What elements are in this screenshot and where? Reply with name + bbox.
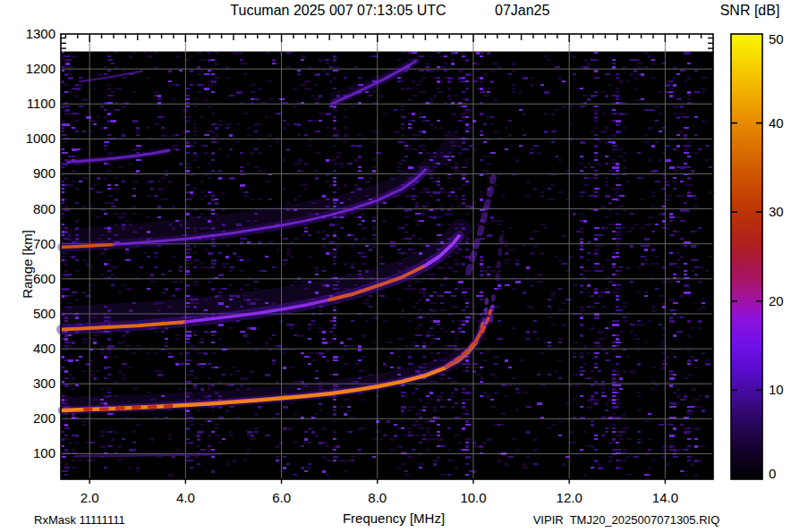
colorbar-tick-label: 20 — [769, 293, 784, 308]
y-tick-label: 300 — [0, 376, 55, 391]
y-tick-label: 1200 — [0, 61, 55, 76]
colorbar-tick-label: 40 — [769, 115, 784, 131]
ionogram-plot — [0, 0, 791, 532]
colorbar-tick-label: 50 — [769, 31, 784, 46]
y-tick-label: 500 — [0, 306, 55, 321]
y-tick-label: 1000 — [0, 131, 55, 146]
ionogram-figure: Tucuman 2025 007 07:13:05 UTC 07Jan25 SN… — [0, 0, 791, 532]
x-tick-label: 6.0 — [272, 490, 291, 505]
colorbar-tick-label: 10 — [769, 382, 784, 397]
x-tick-label: 14.0 — [652, 490, 678, 505]
y-tick-label: 400 — [0, 341, 55, 356]
x-axis-label: Frequency [MHz] — [343, 511, 445, 526]
filename-text: VIPIR TMJ20_2025007071305.RIQ — [533, 513, 720, 527]
x-tick-label: 12.0 — [557, 490, 583, 505]
y-axis-label: Range [km] — [20, 211, 35, 318]
rxmask-text: RxMask 11111111 — [34, 513, 125, 527]
x-tick-label: 4.0 — [176, 490, 195, 505]
y-tick-label: 1100 — [0, 96, 55, 111]
title-date: 07Jan25 — [495, 3, 549, 19]
F2-cusp-top-spread-X — [491, 296, 494, 320]
x-tick-label: 8.0 — [368, 490, 387, 505]
y-tick-label: 600 — [0, 271, 55, 286]
y-tick-label: 800 — [0, 201, 55, 216]
colorbar-tick-label: 30 — [769, 204, 784, 219]
snr-colorbar — [731, 34, 762, 479]
x-tick-label: 2.0 — [81, 490, 99, 505]
F2-cusp-top-spread-O — [484, 300, 487, 324]
x-tick-label: 10.0 — [460, 490, 486, 505]
colorbar-tick-label: 0 — [769, 466, 776, 481]
page-title: Tucuman 2025 007 07:13:05 UTC — [230, 3, 446, 19]
y-tick-label: 200 — [0, 410, 55, 426]
y-tick-label: 1300 — [0, 26, 55, 41]
colorbar-title: SNR [dB] — [720, 3, 780, 19]
y-tick-label: 900 — [0, 165, 55, 181]
y-tick-label: 700 — [0, 236, 55, 251]
y-tick-label: 100 — [0, 445, 55, 460]
